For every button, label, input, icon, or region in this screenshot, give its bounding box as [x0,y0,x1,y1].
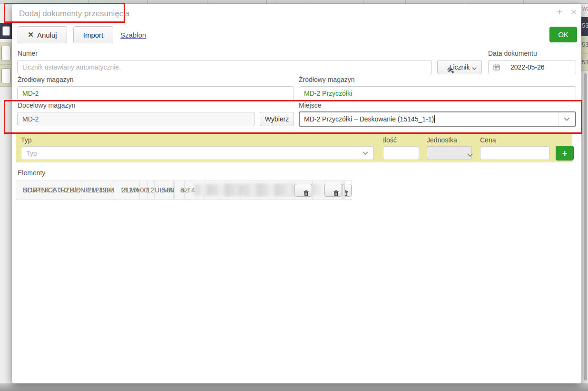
chevron-down-icon[interactable] [357,147,373,160]
cell-actions [294,181,313,200]
redaction-blur [194,184,238,196]
background-row [0,65,12,87]
source-warehouse-label: Źródłowy magazyn [18,76,74,83]
cell-wartosc-redacted [240,181,294,200]
place-value: MD-2 Przyczółki – Deskowanie (15145_1-1) [304,115,434,123]
background-table-header [0,0,588,4]
quick-add-row: Typ Ilość Jednostka Cena + [16,134,572,162]
place-combobox[interactable]: MD-2 Przyczółki – Deskowanie (15145_1-1) [299,111,576,127]
background-column-header-fragment: wa [582,5,588,12]
background-row-selected: 53 [581,17,588,36]
cancel-button[interactable]: ✕ Anuluj [18,26,67,43]
destination-warehouse-label: Docelowy magazyn [18,101,75,109]
document-date-field[interactable]: 2022-05-26 [488,60,576,74]
ok-button[interactable]: OK [549,27,577,42]
dialog-title: Dodaj dokumenty przesunięcia [19,9,129,19]
table-row: BORTNICA 3.0 B/D 2124997 ULMA 12 6.80 sz… [16,180,313,200]
calendar-icon [489,60,505,74]
plus-icon: + [562,148,567,159]
counter-dropdown-button[interactable]: Licznik [437,60,482,74]
text-cursor [434,115,435,123]
cancel-x-icon: ✕ [28,30,34,39]
import-button[interactable]: Import [73,26,113,43]
background-row: 53 [581,54,588,71]
chevron-down-icon[interactable] [558,112,575,126]
cell-actions [324,181,343,200]
quantity-input[interactable] [383,146,419,160]
background-row [0,42,12,65]
delete-row-button[interactable] [324,184,342,197]
elements-section-label: Elementy [18,169,45,177]
cell-waga: 6.80 [154,181,174,200]
choose-button[interactable]: Wybierz [260,112,294,126]
document-date-label: Data dokumentu [488,50,537,57]
source-warehouse-input[interactable] [17,86,294,100]
source-warehouse-2-label: Źródłowy magazyn [299,76,355,83]
cell-producent: ULMA [114,181,140,200]
type-combobox[interactable] [21,146,373,160]
type-input[interactable] [21,147,357,160]
unit-label: Jednostka [427,136,457,144]
type-label: Typ [21,136,32,144]
cell-cena-redacted [190,181,240,200]
numer-input[interactable] [17,60,432,74]
maximize-icon[interactable]: + [557,7,562,17]
background-row: 53 [581,36,588,54]
template-link[interactable]: Szablon [120,31,146,39]
cell-ilosc: 12 [140,181,155,200]
destination-warehouse-input[interactable] [17,112,255,126]
redaction-blur [244,184,292,196]
unit-select[interactable] [427,146,472,160]
numer-label: Numer [18,50,38,57]
place-label: Miejsce [299,101,321,109]
cell-jednostka: szt [175,181,190,200]
cancel-label: Anuluj [37,31,57,39]
source-warehouse-2-input[interactable] [299,86,576,100]
page-scrollbar[interactable] [584,73,587,381]
cell-typ: BORTNICA 3.0 B/D [16,181,81,200]
background-page-bottom [0,383,588,391]
delete-row-button[interactable] [294,184,312,197]
add-item-button[interactable]: + [556,146,574,160]
quantity-label: Ilość [383,136,397,144]
close-icon[interactable]: × [571,7,577,17]
cell-nr-zamowieniowy: 2124997 [81,181,114,200]
price-label: Cena [480,136,496,144]
add-transfer-documents-dialog: Dodaj dokumenty przesunięcia + × ✕ Anulu… [12,4,581,383]
price-input[interactable] [480,146,549,160]
document-date-value: 2022-05-26 [505,63,545,71]
background-row-selected [0,23,12,39]
